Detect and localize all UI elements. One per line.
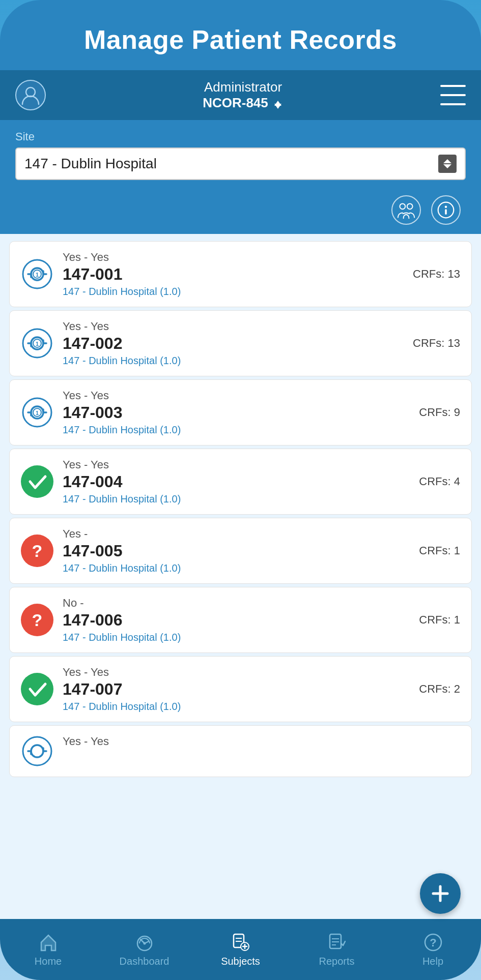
svg-point-7 <box>445 205 447 208</box>
user-id: NCOR-845 <box>46 95 440 111</box>
toolbar-row <box>15 190 466 234</box>
user-name: Administrator <box>46 79 440 95</box>
site-selector[interactable]: 147 - Dublin Hospital <box>15 147 466 180</box>
subject-card-4[interactable]: ? Yes - 147-005 147 - Dublin Hospital (1… <box>9 518 472 584</box>
subject-site-0: 147 - Dublin Hospital (1.0) <box>63 286 404 298</box>
bottom-nav: Home Dashboard Subjects <box>0 919 481 980</box>
subject-site-3: 147 - Dublin Hospital (1.0) <box>63 493 410 505</box>
dashboard-icon <box>134 932 155 953</box>
subjects-nav-icon <box>231 932 251 953</box>
subject-card-1[interactable]: 1 Yes - Yes 147-002 147 - Dublin Hospita… <box>9 310 472 376</box>
sync-icon-1: 1 <box>21 327 53 360</box>
subject-icon-5: ? <box>21 604 53 636</box>
subject-crfs-3: CRFs: 4 <box>419 475 460 488</box>
svg-rect-6 <box>445 209 447 215</box>
subject-card-0[interactable]: 1 Yes - Yes 147-001 147 - Dublin Hospita… <box>9 241 472 307</box>
site-arrows-icon <box>438 155 457 173</box>
subject-site-1: 147 - Dublin Hospital (1.0) <box>63 355 404 367</box>
question-icon-4: ? <box>21 534 53 567</box>
subject-info-3: Yes - Yes 147-004 147 - Dublin Hospital … <box>63 458 410 505</box>
subject-icon-7 <box>21 735 53 767</box>
subject-status-2: Yes - Yes <box>63 389 410 402</box>
app-header: Manage Patient Records <box>0 0 481 70</box>
subject-id-4: 147-005 <box>63 542 410 560</box>
subjects-list: 1 Yes - Yes 147-001 147 - Dublin Hospita… <box>0 234 481 919</box>
nav-home[interactable]: Home <box>0 919 96 980</box>
site-section: Site 147 - Dublin Hospital <box>0 120 481 234</box>
subject-status-3: Yes - Yes <box>63 458 410 471</box>
nav-subjects-label: Subjects <box>221 956 260 967</box>
subject-card-7[interactable]: Yes - Yes <box>9 725 472 777</box>
subject-icon-2: 1 <box>21 396 53 429</box>
info-icon-button[interactable] <box>431 195 461 225</box>
subject-id-2: 147-003 <box>63 403 410 422</box>
subject-info-5: No - 147-006 147 - Dublin Hospital (1.0) <box>63 597 410 643</box>
nav-subjects[interactable]: Subjects <box>192 919 289 980</box>
subjects-icon-button[interactable] <box>391 195 421 225</box>
checkmark-icon <box>21 465 53 498</box>
nav-dashboard[interactable]: Dashboard <box>96 919 192 980</box>
nav-help[interactable]: ? Help <box>385 919 481 980</box>
subject-card-3[interactable]: Yes - Yes 147-004 147 - Dublin Hospital … <box>9 449 472 515</box>
subject-card-5[interactable]: ? No - 147-006 147 - Dublin Hospital (1.… <box>9 587 472 653</box>
add-subject-button[interactable] <box>420 873 461 914</box>
subject-info-2: Yes - Yes 147-003 147 - Dublin Hospital … <box>63 389 410 436</box>
id-dropdown-icon <box>272 98 284 109</box>
subject-crfs-1: CRFs: 13 <box>413 337 460 350</box>
subject-site-6: 147 - Dublin Hospital (1.0) <box>63 701 410 712</box>
svg-point-22 <box>23 675 51 703</box>
subject-id-5: 147-006 <box>63 611 410 630</box>
subject-info-4: Yes - 147-005 147 - Dublin Hospital (1.0… <box>63 527 410 574</box>
nav-home-label: Home <box>35 956 62 967</box>
subject-id-1: 147-002 <box>63 334 404 353</box>
page-title: Manage Patient Records <box>20 24 461 55</box>
subject-status-7: Yes - Yes <box>63 735 460 748</box>
svg-text:?: ? <box>32 541 43 560</box>
subject-info-6: Yes - Yes 147-007 147 - Dublin Hospital … <box>63 666 410 712</box>
nav-dashboard-label: Dashboard <box>120 956 169 967</box>
svg-point-3 <box>400 203 405 209</box>
user-avatar-icon <box>20 85 41 105</box>
plus-icon <box>429 882 451 905</box>
subject-icon-1: 1 <box>21 327 53 360</box>
subject-status-4: Yes - <box>63 527 410 541</box>
subject-site-2: 147 - Dublin Hospital (1.0) <box>63 424 410 436</box>
subject-icon-6 <box>21 673 53 705</box>
svg-text:?: ? <box>32 610 43 630</box>
subject-crfs-2: CRFs: 9 <box>419 406 460 419</box>
nav-reports-label: Reports <box>319 956 354 967</box>
svg-marker-2 <box>274 104 281 109</box>
phone-frame: Manage Patient Records Administrator NCO… <box>0 0 481 980</box>
site-value: 147 - Dublin Hospital <box>24 156 438 172</box>
hamburger-menu-button[interactable] <box>440 85 466 105</box>
checkmark-icon-6 <box>21 673 53 705</box>
nav-reports[interactable]: Reports <box>289 919 385 980</box>
subject-card-2[interactable]: 1 Yes - Yes 147-003 147 - Dublin Hospita… <box>9 379 472 446</box>
info-icon <box>437 201 455 219</box>
svg-text:1: 1 <box>36 272 39 278</box>
sync-icon: 1 <box>21 258 53 290</box>
user-info: Administrator NCOR-845 <box>46 79 440 111</box>
home-icon <box>38 932 59 953</box>
subject-site-5: 147 - Dublin Hospital (1.0) <box>63 632 410 643</box>
subject-status-0: Yes - Yes <box>63 251 404 264</box>
subject-site-4: 147 - Dublin Hospital (1.0) <box>63 562 410 574</box>
subject-id-0: 147-001 <box>63 265 404 284</box>
subject-icon-3 <box>21 465 53 498</box>
subject-status-5: No - <box>63 597 410 610</box>
nav-bar: Administrator NCOR-845 <box>0 70 481 120</box>
svg-point-4 <box>407 203 413 209</box>
svg-point-0 <box>26 87 35 97</box>
sync-icon-2: 1 <box>21 396 53 429</box>
subject-info-7: Yes - Yes <box>63 735 460 749</box>
subject-info-0: Yes - Yes 147-001 147 - Dublin Hospital … <box>63 251 404 298</box>
question-icon-5: ? <box>21 604 53 636</box>
subject-card-6[interactable]: Yes - Yes 147-007 147 - Dublin Hospital … <box>9 656 472 722</box>
subject-crfs-5: CRFs: 1 <box>419 613 460 627</box>
subject-icon-0: 1 <box>21 258 53 290</box>
reports-icon <box>327 932 347 953</box>
svg-text:1: 1 <box>36 410 39 416</box>
subject-status-1: Yes - Yes <box>63 320 404 333</box>
subject-crfs-4: CRFs: 1 <box>419 544 460 557</box>
site-label: Site <box>15 130 466 143</box>
